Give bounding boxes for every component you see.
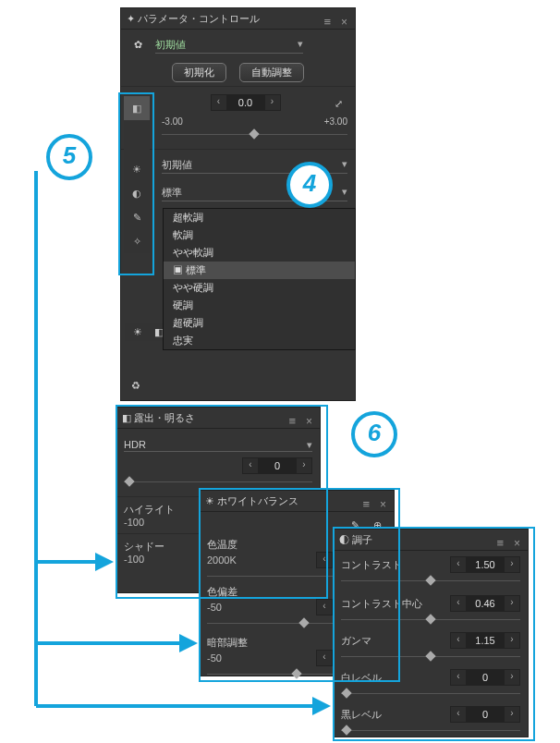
white-label: 白レベル xyxy=(341,671,382,685)
svg-marker-0 xyxy=(95,553,114,571)
decrement-button[interactable]: ‹ xyxy=(316,552,333,568)
increment-button[interactable]: › xyxy=(264,94,281,111)
option-label: 標準 xyxy=(186,264,206,275)
panel-title: パラメータ・コントロール xyxy=(138,13,260,24)
black-value[interactable]: 0 xyxy=(467,706,504,723)
exposure-icon: ◧ xyxy=(122,412,134,423)
increment-button[interactable]: › xyxy=(504,632,520,649)
tone-option[interactable]: 硬調 xyxy=(164,297,355,314)
tone-option[interactable]: やや硬調 xyxy=(164,279,355,297)
exposure-min: -3.00 xyxy=(162,116,183,127)
option-label: 超硬調 xyxy=(173,317,203,328)
wb-preset-value: 初期値 xyxy=(162,159,192,170)
black-slider[interactable] xyxy=(341,726,520,736)
auto-exposure-icon[interactable]: ⤢ xyxy=(329,94,347,113)
panel-header: ◐ 調子 ≡ × xyxy=(334,530,528,551)
temp-min: 2000K xyxy=(207,554,237,566)
tone-panel: ◐ 調子 ≡ × コントラスト ‹ 1.50 › コントラスト中心 ‹ 0.46… xyxy=(333,529,529,737)
white-spinner[interactable]: ‹ 0 › xyxy=(450,669,520,686)
hdr-mode-dropdown[interactable]: HDR ▾ xyxy=(124,438,312,452)
gamma-value[interactable]: 1.15 xyxy=(467,632,504,649)
center-spinner[interactable]: ‹ 0.46 › xyxy=(450,595,520,612)
callout-5: 5 xyxy=(46,134,92,180)
decrement-button[interactable]: ‹ xyxy=(242,457,259,474)
decrement-button[interactable]: ‹ xyxy=(450,632,467,649)
dark-min: -50 xyxy=(207,652,222,664)
black-spinner[interactable]: ‹ 0 › xyxy=(450,706,520,723)
small-tool-1[interactable]: ☀ xyxy=(128,323,147,341)
decrement-button[interactable]: ‹ xyxy=(450,706,467,723)
tone-option[interactable]: やや軟調 xyxy=(164,244,355,262)
tone-option[interactable]: 超軟調 xyxy=(164,209,355,226)
panel-header: ◧ 露出・明るさ ≡ × xyxy=(116,408,320,429)
contrast-value[interactable]: 1.50 xyxy=(467,556,504,573)
callout-6: 6 xyxy=(351,411,397,457)
exposure-max: +3.00 xyxy=(324,116,347,127)
contrast-label: コントラスト xyxy=(341,558,402,572)
option-label: やや軟調 xyxy=(173,247,213,258)
decrement-button[interactable]: ‹ xyxy=(450,669,467,686)
preset-dropdown[interactable]: 初期値 ▾ xyxy=(155,37,303,54)
center-value[interactable]: 0.46 xyxy=(467,595,504,612)
chevron-down-icon: ▾ xyxy=(307,439,312,451)
increment-button[interactable]: › xyxy=(504,556,520,573)
increment-button[interactable]: › xyxy=(504,706,520,723)
tone-preset-options[interactable]: 超軟調軟調やや軟調▣ 標準やや硬調硬調超硬調忠実 xyxy=(163,208,356,350)
contrast-spinner[interactable]: ‹ 1.50 › xyxy=(450,556,520,573)
white-value[interactable]: 0 xyxy=(467,669,504,686)
increment-button[interactable]: › xyxy=(296,457,312,474)
decrement-button[interactable]: ‹ xyxy=(316,650,333,666)
panel-header: ☀ ホワイトバランス ≡ × xyxy=(200,491,394,512)
exposure-slider[interactable] xyxy=(162,130,347,140)
check-icon: ▣ xyxy=(173,264,186,275)
hdr-amount-value[interactable]: 0 xyxy=(259,457,296,474)
exposure-spinner[interactable]: ‹ 0.0 › xyxy=(211,94,281,111)
sun-icon: ☀ xyxy=(205,495,217,506)
chevron-down-icon: ▾ xyxy=(298,38,303,50)
tone-option[interactable]: 軟調 xyxy=(164,226,355,244)
decrement-button[interactable]: ‹ xyxy=(450,556,467,573)
increment-button[interactable]: › xyxy=(504,669,520,686)
auto-adjust-button[interactable]: 自動調整 xyxy=(239,63,304,82)
contrast-slider[interactable] xyxy=(341,577,520,586)
svg-marker-2 xyxy=(312,697,331,715)
reset-button[interactable]: 初期化 xyxy=(172,63,226,82)
tone-preset-value: 標準 xyxy=(162,187,182,198)
decrement-button[interactable]: ‹ xyxy=(316,599,333,615)
center-label: コントラスト中心 xyxy=(341,597,422,611)
chevron-down-icon: ▾ xyxy=(342,186,347,198)
tone-option[interactable]: 忠実 xyxy=(164,332,355,349)
preset-gear-icon[interactable]: ✿ xyxy=(128,35,147,54)
svg-marker-1 xyxy=(179,634,198,652)
white-slider[interactable] xyxy=(341,689,520,699)
black-label: 黒レベル xyxy=(341,708,382,722)
tone-option[interactable]: 超硬調 xyxy=(164,314,355,332)
chevron-down-icon: ▾ xyxy=(342,158,347,170)
option-label: やや硬調 xyxy=(173,282,213,293)
exposure-value[interactable]: 0.0 xyxy=(227,94,264,111)
gamma-slider[interactable] xyxy=(341,652,520,662)
option-label: 硬調 xyxy=(173,299,193,311)
decrement-button[interactable]: ‹ xyxy=(211,94,227,111)
contrast-icon: ◐ xyxy=(339,534,352,545)
panel-title: 調子 xyxy=(352,534,372,545)
hdr-slider[interactable] xyxy=(124,478,312,487)
option-label: 忠実 xyxy=(173,335,193,346)
gamma-label: ガンマ xyxy=(341,634,371,648)
option-label: 超軟調 xyxy=(173,212,203,223)
preset-value: 初期値 xyxy=(155,39,186,50)
noise-tool-icon[interactable]: ✧ xyxy=(124,229,150,253)
recycle-icon[interactable]: ♻ xyxy=(127,376,145,395)
option-label: 軟調 xyxy=(173,229,193,240)
tone-option[interactable]: ▣ 標準 xyxy=(164,262,355,279)
decrement-button[interactable]: ‹ xyxy=(450,595,467,612)
gamma-spinner[interactable]: ‹ 1.15 › xyxy=(450,632,520,649)
sharpen-tool-icon[interactable]: ✎ xyxy=(124,205,150,229)
hdr-amount-spinner[interactable]: ‹ 0 › xyxy=(242,457,312,474)
center-slider[interactable] xyxy=(341,615,520,625)
panel-title: 露出・明るさ xyxy=(134,412,195,423)
panel-icon: ✦ xyxy=(127,13,138,24)
panel-title: ホワイトバランス xyxy=(217,495,298,506)
increment-button[interactable]: › xyxy=(504,595,520,612)
callout-4: 4 xyxy=(286,162,333,208)
